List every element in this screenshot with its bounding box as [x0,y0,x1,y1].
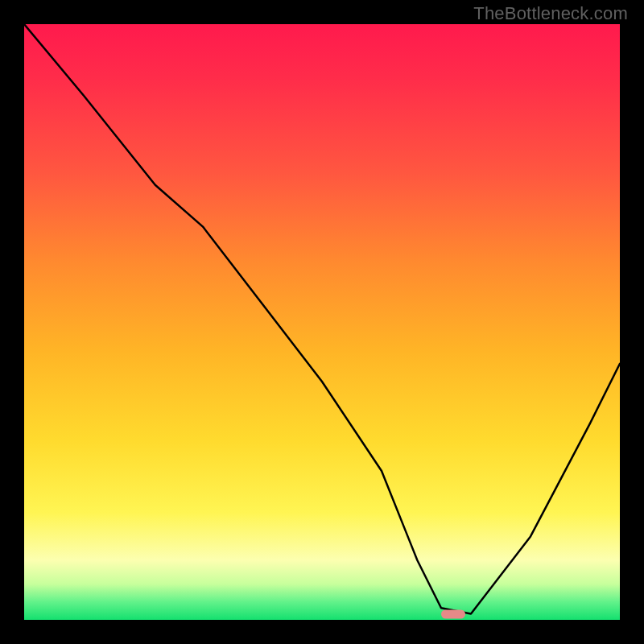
optimum-marker [441,609,465,618]
curve-path [24,24,620,614]
chart-frame: TheBottleneck.com [0,0,644,644]
bottleneck-curve [24,24,620,620]
attribution-text: TheBottleneck.com [473,3,628,24]
plot-area [24,24,620,620]
